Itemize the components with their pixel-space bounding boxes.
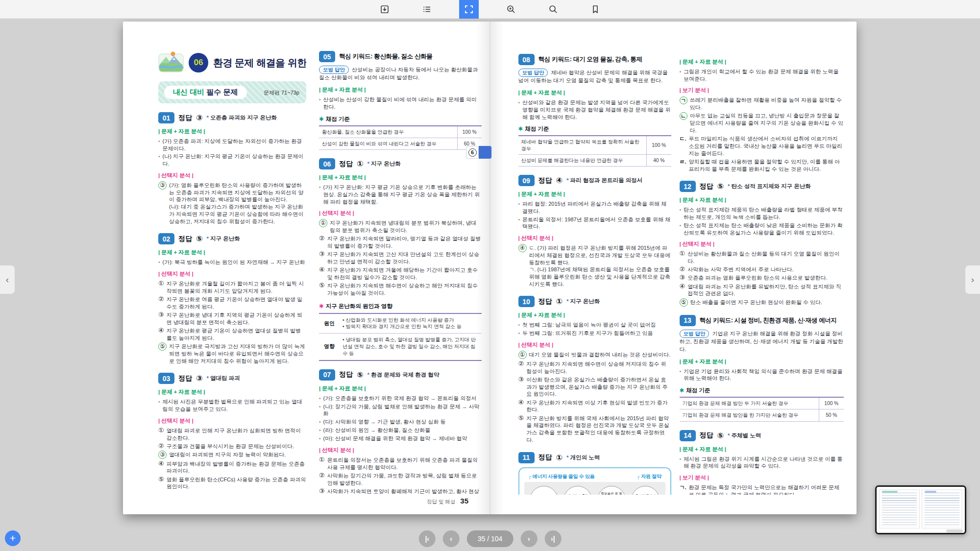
choice-item: ②지구 온난화로 여름 평균 기온이 상승하면 열대야 발생 일수도 증가하게 … xyxy=(158,296,306,310)
zoom-in-icon[interactable] xyxy=(501,0,521,19)
choice-mark: ② xyxy=(319,235,325,249)
grading-percent: 50 % xyxy=(819,409,844,421)
grading-row: 황산화물, 질소 산화물을 언급한 경우100 % xyxy=(319,126,482,138)
analysis-bullet: •산성비와 같은 환경 문제는 발생 지역을 넘어 다른 국가에게도 영향을 미… xyxy=(518,99,671,120)
choice-mark: ① xyxy=(319,456,325,471)
footer-label: 정답 및 해설 xyxy=(427,499,455,505)
grading-criteria-table: 제네바 협약을 언급하고 협약의 목표를 정확히 서술한 경우100 %산성비 … xyxy=(518,135,671,167)
analysis-bullet: •기업은 기업 윤리와 사회적 책임 의식을 준수하며 환경 문제 해결을 위해… xyxy=(680,368,844,382)
solution-header: 02정답⑤*지구 온난화 xyxy=(158,233,306,244)
answer-label: 정답 xyxy=(700,182,713,191)
viewer-toolbar xyxy=(0,0,980,19)
choice-mark: ⑤ xyxy=(158,476,164,490)
analysis-header: | 문제 + 자료 분석 | xyxy=(680,58,844,66)
choice-item: ③열대림이 파괴되면 지구의 자정 능력이 약화된다. xyxy=(158,451,306,459)
add-button[interactable]: + xyxy=(5,530,21,546)
thumbnail-slider[interactable] xyxy=(946,529,963,532)
choice-item: ③오존층 파괴는 염화 플루오린화 탄소의 사용으로 발생한다. xyxy=(680,274,844,282)
page-indicator[interactable]: 35 / 104 xyxy=(467,530,514,547)
analysis-header: | 문제 + 자료 분석 | xyxy=(680,358,844,365)
choice-mark: ④ xyxy=(680,283,686,297)
answer-number: ⑤ xyxy=(717,431,724,440)
analysis-bullet: •파리 협정: 2015년 파리에서 온실가스 배출량 감축을 위해 체결됐다. xyxy=(518,200,671,215)
answer-number: ① xyxy=(357,159,364,168)
exam-banner-title: 내신 대비 필수 문제 xyxy=(164,86,247,99)
analysis-header: | 선택지 분석 | xyxy=(158,172,306,179)
choice-item: ①지구 온난화가 지속되면 냉대림의 분포 범위가 북상하며, 냉대림의 분포 … xyxy=(319,219,482,234)
choice-item: ④지구 온난화로 평균 기온이 상승하면 열대성 질병의 발병률도 높아지게 된… xyxy=(158,327,306,341)
analysis-bullet: •탄소 성적 표지제란 제품의 탄소 배출량을 라벨 형태로 제품에 부착하는 … xyxy=(680,206,844,220)
bullet-text: 산성비와 같은 환경 문제는 발생 지역을 넘어 다른 국가에게도 영향을 미치… xyxy=(522,99,671,120)
answer-number: ① xyxy=(556,453,563,462)
choice-text: 지구 온난화로 겨울철 길이가 짧아지고 봄이 좀 더 일찍 시작되면 봄꽃의 … xyxy=(167,280,306,294)
bullet-dot: • xyxy=(680,206,682,220)
analysis-bullet: •제시된 그림은 환경 위기 시계를 시간순으로 나타낸 것으로 이를 통해 환… xyxy=(680,455,844,470)
next-page-arrow[interactable]: › xyxy=(965,265,980,294)
asterisk-icon: ✱ xyxy=(680,387,685,393)
solution-item-02: 02정답⑤*지구 온난화| 문제 + 자료 분석 |•(가): 북극 빙하를 녹… xyxy=(158,233,306,364)
answer-topic: *주체별 노력 xyxy=(728,432,761,439)
choice-text: 지구 온난화가 지속되면 해수면이 상승해 저지대의 침수 위험성이 높아진다. xyxy=(526,360,671,375)
bullet-dot: • xyxy=(319,184,321,205)
first-page-button[interactable]: |‹ xyxy=(419,530,436,547)
asterisk-icon: ✱ xyxy=(319,303,324,309)
bullet-dot: • xyxy=(319,96,321,110)
next-page-button[interactable]: › xyxy=(520,530,537,547)
diagram-top-labels: 에너지 사용량을 줄일 수 있음자원 절약 xyxy=(524,473,665,480)
table-key: 영향 xyxy=(319,334,340,360)
choice-text: 대기 오염 물질이 빗물과 결합하여 내리는 것은 산성비이다. xyxy=(529,351,670,359)
bullet-dot: • xyxy=(158,259,160,266)
answer-number: ⑤ xyxy=(357,370,364,380)
item-number-badge: 11 xyxy=(518,452,535,463)
fullscreen-icon[interactable] xyxy=(459,0,479,19)
bullet-dot: • xyxy=(680,68,682,82)
answer-topic: *탄소 성적 표지제와 지구 온난화 xyxy=(728,183,811,190)
analysis-bullet: •(마): 산성비 문제 해결을 위한 국제 환경 협약 → 제네바 협약 xyxy=(319,435,482,442)
grading-row: 산성이 강한 물질이 비와 섞여 내린다고 서술한 경우60 % xyxy=(319,138,482,149)
solution-header: 01정답③*오존층 파괴와 지구 온난화 xyxy=(158,112,306,123)
bullet-text: (가): 오존층을 보호하기 위한 국제 환경 협약 → 몬트리올 의정서 xyxy=(323,395,477,402)
choice-text: 산성비는 황산화물과 질소 산화물 등의 대기 오염 물질이 원인이다. xyxy=(687,250,843,264)
bookmark-icon[interactable] xyxy=(586,0,605,19)
choice-text: 오존층 파괴는 염화 플루오린화 탄소의 사용으로 발생한다. xyxy=(687,274,827,282)
answer-topic: *개인의 노력 xyxy=(566,454,600,461)
grading-criteria-title: ✱채점 기준 xyxy=(680,387,844,394)
answer-label: 정답 xyxy=(178,114,192,122)
choice-text: 지구 온난화로 냉대 기후 지역의 평균 기온이 상승하게 되면 냉대림의 분포… xyxy=(167,311,306,326)
list-icon[interactable] xyxy=(417,0,437,19)
choice-mark: ① xyxy=(680,250,686,264)
choice-text: 지구 온난화가 지속되면 해수면이 상승하고 해안 저지대의 침수 가능성이 높… xyxy=(327,282,482,296)
bullet-dot: • xyxy=(319,395,321,402)
previous-page-button[interactable]: ‹ xyxy=(443,530,460,547)
choice-text: 아무도 없는 교실의 전등을 끄고, 냉난방 시 출입문과 창문을 잘 닫으면 … xyxy=(690,112,844,134)
analysis-header: | 선택지 분석 | xyxy=(319,447,482,454)
analysis-bullet: •몬트리올 의정서: 1987년 몬트리올에서 오존층 보호를 위해 채택됐다. xyxy=(518,216,671,230)
solution-item-03: 03정답③*열대림 파괴| 문제 + 자료 분석 |•제시된 사진은 무분별한 … xyxy=(158,373,306,490)
last-page-button[interactable]: ›| xyxy=(544,530,561,547)
choice-text: 환경 문제는 특정 국가만의 노력만으로는 해결하기 어려운 문제로 인류 공동… xyxy=(689,484,844,495)
prev-page-arrow[interactable]: ‹ xyxy=(0,265,15,294)
choice-item: ②사막화는 장기간의 가뭄, 과도한 경작과 방목, 삼림 벌채 등으로 인해 … xyxy=(319,472,482,486)
book-spread: 06 환경 문제 해결을 위한 노력 내신 대비 필수 문제 문제편 71~73… xyxy=(123,22,857,514)
page-right-36: 08핵심 키워드: 대기 오염 물질, 감축, 통제모범 답안제네바 협약은 산… xyxy=(490,22,857,514)
choice-item: ㄴ아무도 없는 교실의 전등을 끄고, 냉난방 시 출입문과 창문을 잘 닫으면… xyxy=(680,112,844,134)
choice-item: ⑤지구 온난화 방지를 위해 국제 사회에서는 2015년 파리 협약을 체결하… xyxy=(518,415,671,444)
search-icon[interactable] xyxy=(543,0,563,19)
analysis-header: | 문제 + 자료 분석 | xyxy=(319,385,482,392)
solution-item-06: 06정답①*지구 온난화| 문제 + 자료 분석 |•(가) 지구 온난화: 지… xyxy=(319,158,482,360)
answer-label: 정답 xyxy=(339,370,353,379)
choice-item: ①대기 오염 물질이 빗물과 결합하여 내리는 것은 산성비이다. xyxy=(518,351,671,359)
analysis-header: | 선택지 분석 | xyxy=(680,240,844,248)
analysis-bullet: •(가): 오존층을 보호하기 위한 국제 환경 협약 → 몬트리올 의정서 xyxy=(319,395,482,402)
choice-item: ③이산화 탄소와 같은 온실가스 배출량이 증가하면서 온실 효과가 발생했으며… xyxy=(518,376,671,398)
choice-text: 푸드 마일리지는 식품의 생산에서 소비자의 섭취에 이르기까지 소요된 거리를… xyxy=(689,135,844,157)
download-icon[interactable] xyxy=(375,0,394,19)
choice-mark: ② xyxy=(319,472,325,486)
solution-item-07: 07정답⑤*환경 문제와 국제 환경 협약| 문제 + 자료 분석 |•(가):… xyxy=(319,369,482,495)
analysis-header: | 선택지 분석 | xyxy=(518,341,671,349)
asterisk-icon: ✱ xyxy=(319,116,324,122)
answer-number: ⑤ xyxy=(717,182,724,191)
preview-thumbnail[interactable] xyxy=(875,485,966,534)
section-bookmark-tab[interactable]: 6 xyxy=(466,145,491,160)
bullet-dot: • xyxy=(158,398,160,412)
